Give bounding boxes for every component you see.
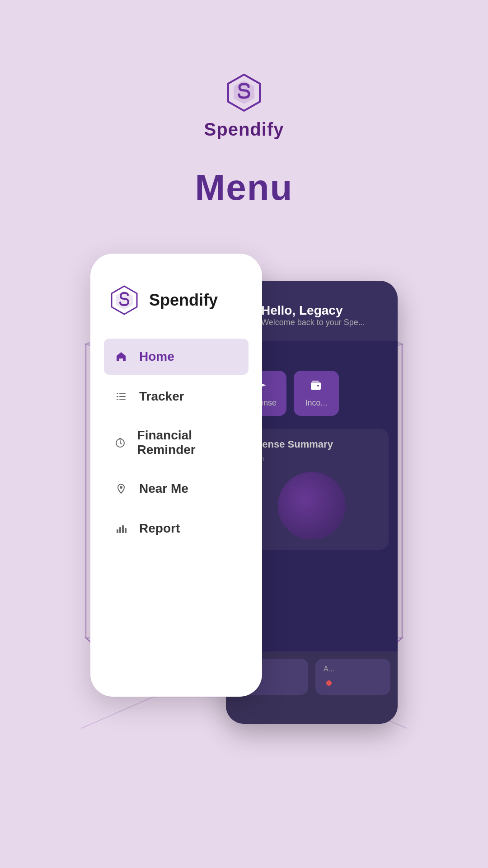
svg-rect-12 [119, 396, 126, 397]
sidebar-item-financial-reminder[interactable]: Financial Reminder [104, 418, 249, 467]
home-header-text: Hello, Legacy Welcome back to your Spe..… [261, 303, 365, 327]
brand-name: Spendify [204, 119, 284, 140]
sidebar-item-tracker[interactable]: Tracker [104, 378, 249, 415]
svg-rect-20 [122, 525, 124, 533]
phone-left-screen: Spendify Home [90, 254, 262, 697]
svg-rect-21 [125, 528, 127, 533]
phone-notch-left [149, 254, 203, 266]
top-brand: Spendify [204, 72, 284, 140]
sidebar-label-tracker: Tracker [139, 389, 184, 404]
clock-icon [113, 434, 127, 451]
sidebar-item-near-me[interactable]: Near Me [104, 471, 249, 507]
expense-summary-period: Month [244, 455, 380, 463]
svg-rect-16 [119, 438, 122, 439]
sidebar-label-financial-reminder: Financial Reminder [137, 428, 239, 457]
page-title: Menu [195, 167, 293, 208]
chart-bar-icon [113, 520, 129, 537]
add-income-button[interactable]: Inco... [294, 371, 339, 416]
bottom-card-dot-indicator [326, 680, 332, 686]
svg-rect-13 [117, 399, 118, 400]
svg-rect-9 [117, 393, 118, 394]
sidebar-label-near-me: Near Me [139, 481, 188, 496]
expense-chart-circle [278, 472, 346, 540]
svg-rect-10 [119, 393, 126, 394]
add-income-label: Inco... [305, 398, 328, 408]
home-icon [113, 349, 129, 365]
svg-rect-18 [117, 529, 118, 533]
sidebar-logo: Spendify [104, 284, 249, 316]
bottom-card-other-value [324, 677, 382, 689]
sidebar-item-home[interactable]: Home [104, 339, 249, 375]
list-icon [113, 388, 129, 405]
location-icon [113, 481, 129, 497]
sidebar-logo-text: Spendify [149, 291, 218, 310]
svg-rect-11 [117, 396, 118, 397]
svg-rect-19 [119, 527, 121, 533]
sidebar-item-report[interactable]: Report [104, 510, 249, 547]
welcome-text: Welcome back to your Spe... [261, 318, 365, 327]
sidebar-label-home: Home [139, 349, 174, 364]
svg-line-6 [81, 697, 154, 728]
expense-summary-title: Expense Summary [244, 439, 380, 450]
income-wallet-icon [310, 379, 323, 395]
bottom-card-other: A... [315, 659, 390, 695]
sidebar-logo-icon [108, 284, 140, 316]
sidebar-menu: Home Tracker [104, 339, 249, 547]
svg-point-17 [120, 486, 122, 489]
svg-rect-14 [119, 399, 126, 400]
sidebar-content: Spendify Home [90, 266, 262, 564]
greeting-text: Hello, Legacy [261, 303, 365, 318]
sidebar-label-report: Report [139, 521, 180, 536]
brand-logo-icon [224, 72, 264, 113]
bottom-card-other-label: A... [324, 665, 382, 673]
phone-mockup-wrapper: Spendify Home [63, 254, 425, 751]
